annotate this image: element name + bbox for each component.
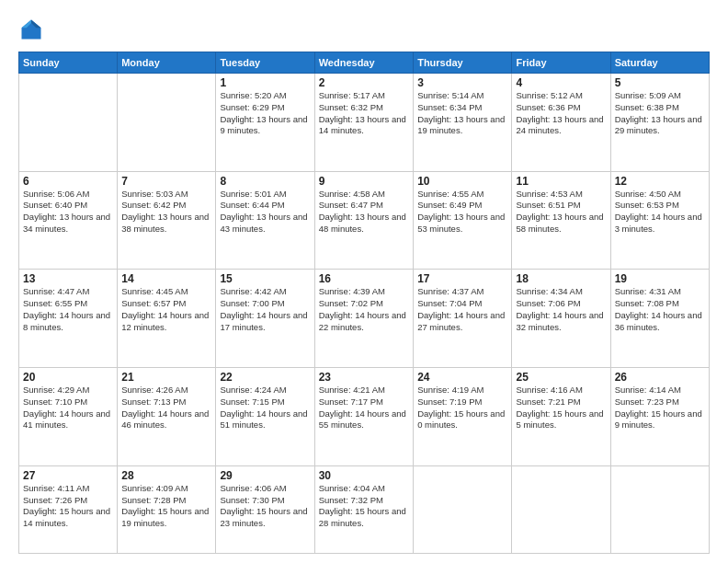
- day-number: 3: [417, 76, 507, 89]
- day-info: Sunrise: 5:01 AM Sunset: 6:44 PM Dayligh…: [220, 189, 310, 236]
- day-info: Sunrise: 4:53 AM Sunset: 6:51 PM Dayligh…: [516, 189, 606, 236]
- day-info: Sunrise: 4:11 AM Sunset: 7:26 PM Dayligh…: [23, 483, 113, 530]
- day-info: Sunrise: 4:24 AM Sunset: 7:15 PM Dayligh…: [220, 385, 310, 431]
- calendar-table: SundayMondayTuesdayWednesdayThursdayFrid…: [18, 52, 710, 554]
- day-info: Sunrise: 5:06 AM Sunset: 6:40 PM Dayligh…: [23, 189, 113, 236]
- weekday-header-saturday: Saturday: [610, 52, 709, 74]
- calendar-cell: 13Sunrise: 4:47 AM Sunset: 6:55 PM Dayli…: [19, 270, 118, 368]
- day-info: Sunrise: 5:20 AM Sunset: 6:29 PM Dayligh…: [220, 90, 310, 137]
- calendar-cell: [512, 465, 610, 553]
- calendar-cell: 5Sunrise: 5:09 AM Sunset: 6:38 PM Daylig…: [610, 74, 709, 172]
- day-info: Sunrise: 4:14 AM Sunset: 7:23 PM Dayligh…: [615, 385, 705, 431]
- calendar-cell: 2Sunrise: 5:17 AM Sunset: 6:32 PM Daylig…: [314, 74, 413, 172]
- day-info: Sunrise: 4:55 AM Sunset: 6:49 PM Dayligh…: [417, 189, 507, 236]
- calendar-cell: 19Sunrise: 4:31 AM Sunset: 7:08 PM Dayli…: [610, 270, 709, 368]
- calendar-cell: 14Sunrise: 4:45 AM Sunset: 6:57 PM Dayli…: [118, 270, 216, 368]
- calendar-cell: 1Sunrise: 5:20 AM Sunset: 6:29 PM Daylig…: [216, 74, 314, 172]
- day-info: Sunrise: 5:14 AM Sunset: 6:34 PM Dayligh…: [417, 90, 507, 137]
- day-info: Sunrise: 5:03 AM Sunset: 6:42 PM Dayligh…: [121, 189, 211, 236]
- calendar-cell: 26Sunrise: 4:14 AM Sunset: 7:23 PM Dayli…: [610, 368, 709, 466]
- day-number: 21: [121, 371, 211, 384]
- day-number: 18: [516, 272, 606, 285]
- calendar-cell: 29Sunrise: 4:06 AM Sunset: 7:30 PM Dayli…: [216, 465, 314, 553]
- calendar-cell: 24Sunrise: 4:19 AM Sunset: 7:19 PM Dayli…: [414, 368, 512, 466]
- logo-icon: [18, 17, 44, 42]
- day-number: 2: [319, 76, 409, 89]
- calendar-cell: 25Sunrise: 4:16 AM Sunset: 7:21 PM Dayli…: [512, 368, 610, 466]
- header: [18, 17, 710, 42]
- weekday-header-thursday: Thursday: [414, 52, 512, 74]
- calendar-cell: 30Sunrise: 4:04 AM Sunset: 7:32 PM Dayli…: [314, 465, 413, 553]
- weekday-header-wednesday: Wednesday: [314, 52, 413, 74]
- calendar-cell: 3Sunrise: 5:14 AM Sunset: 6:34 PM Daylig…: [414, 74, 512, 172]
- day-number: 13: [23, 272, 113, 285]
- day-info: Sunrise: 4:29 AM Sunset: 7:10 PM Dayligh…: [23, 385, 113, 431]
- day-info: Sunrise: 4:45 AM Sunset: 6:57 PM Dayligh…: [121, 286, 211, 333]
- week-row-3: 13Sunrise: 4:47 AM Sunset: 6:55 PM Dayli…: [19, 270, 710, 368]
- calendar-cell: [118, 74, 216, 172]
- logo: [18, 17, 48, 42]
- calendar-cell: 22Sunrise: 4:24 AM Sunset: 7:15 PM Dayli…: [216, 368, 314, 466]
- day-number: 9: [319, 175, 409, 188]
- week-row-2: 6Sunrise: 5:06 AM Sunset: 6:40 PM Daylig…: [19, 171, 710, 270]
- day-info: Sunrise: 4:06 AM Sunset: 7:30 PM Dayligh…: [220, 483, 310, 530]
- day-number: 26: [615, 371, 705, 384]
- weekday-header-tuesday: Tuesday: [216, 52, 314, 74]
- calendar-cell: 28Sunrise: 4:09 AM Sunset: 7:28 PM Dayli…: [118, 465, 216, 553]
- day-info: Sunrise: 4:04 AM Sunset: 7:32 PM Dayligh…: [319, 483, 409, 530]
- day-number: 23: [319, 371, 409, 384]
- calendar-cell: 21Sunrise: 4:26 AM Sunset: 7:13 PM Dayli…: [118, 368, 216, 466]
- day-number: 30: [319, 469, 409, 482]
- day-number: 1: [220, 76, 310, 89]
- day-number: 11: [516, 175, 606, 188]
- day-number: 15: [220, 272, 310, 285]
- day-number: 24: [417, 371, 507, 384]
- calendar-cell: 12Sunrise: 4:50 AM Sunset: 6:53 PM Dayli…: [610, 171, 709, 270]
- day-number: 19: [615, 272, 705, 285]
- calendar-cell: 20Sunrise: 4:29 AM Sunset: 7:10 PM Dayli…: [19, 368, 118, 466]
- day-info: Sunrise: 4:21 AM Sunset: 7:17 PM Dayligh…: [319, 385, 409, 431]
- calendar-cell: 8Sunrise: 5:01 AM Sunset: 6:44 PM Daylig…: [216, 171, 314, 270]
- day-info: Sunrise: 4:26 AM Sunset: 7:13 PM Dayligh…: [121, 385, 211, 431]
- day-number: 6: [23, 175, 113, 188]
- day-info: Sunrise: 4:50 AM Sunset: 6:53 PM Dayligh…: [615, 189, 705, 236]
- calendar-cell: 23Sunrise: 4:21 AM Sunset: 7:17 PM Dayli…: [314, 368, 413, 466]
- calendar-cell: 9Sunrise: 4:58 AM Sunset: 6:47 PM Daylig…: [314, 171, 413, 270]
- day-number: 4: [516, 76, 606, 89]
- day-info: Sunrise: 4:09 AM Sunset: 7:28 PM Dayligh…: [121, 483, 211, 530]
- day-number: 27: [23, 469, 113, 482]
- day-number: 12: [615, 175, 705, 188]
- day-info: Sunrise: 4:42 AM Sunset: 7:00 PM Dayligh…: [220, 286, 310, 333]
- weekday-header-sunday: Sunday: [19, 52, 118, 74]
- calendar-cell: [414, 465, 512, 553]
- week-row-4: 20Sunrise: 4:29 AM Sunset: 7:10 PM Dayli…: [19, 368, 710, 466]
- day-number: 14: [121, 272, 211, 285]
- day-number: 29: [220, 469, 310, 482]
- day-info: Sunrise: 4:39 AM Sunset: 7:02 PM Dayligh…: [319, 286, 409, 333]
- week-row-5: 27Sunrise: 4:11 AM Sunset: 7:26 PM Dayli…: [19, 465, 710, 553]
- day-number: 17: [417, 272, 507, 285]
- calendar-cell: 15Sunrise: 4:42 AM Sunset: 7:00 PM Dayli…: [216, 270, 314, 368]
- weekday-header-monday: Monday: [118, 52, 216, 74]
- day-number: 16: [319, 272, 409, 285]
- day-info: Sunrise: 4:34 AM Sunset: 7:06 PM Dayligh…: [516, 286, 606, 333]
- weekday-header-row: SundayMondayTuesdayWednesdayThursdayFrid…: [19, 52, 710, 74]
- week-row-1: 1Sunrise: 5:20 AM Sunset: 6:29 PM Daylig…: [19, 74, 710, 172]
- calendar-cell: 4Sunrise: 5:12 AM Sunset: 6:36 PM Daylig…: [512, 74, 610, 172]
- day-info: Sunrise: 5:17 AM Sunset: 6:32 PM Dayligh…: [319, 90, 409, 137]
- weekday-header-friday: Friday: [512, 52, 610, 74]
- day-info: Sunrise: 5:09 AM Sunset: 6:38 PM Dayligh…: [615, 90, 705, 137]
- day-number: 28: [121, 469, 211, 482]
- calendar-cell: 27Sunrise: 4:11 AM Sunset: 7:26 PM Dayli…: [19, 465, 118, 553]
- day-number: 7: [121, 175, 211, 188]
- day-number: 22: [220, 371, 310, 384]
- day-info: Sunrise: 4:58 AM Sunset: 6:47 PM Dayligh…: [319, 189, 409, 236]
- day-info: Sunrise: 4:31 AM Sunset: 7:08 PM Dayligh…: [615, 286, 705, 333]
- day-info: Sunrise: 4:37 AM Sunset: 7:04 PM Dayligh…: [417, 286, 507, 333]
- day-info: Sunrise: 4:47 AM Sunset: 6:55 PM Dayligh…: [23, 286, 113, 333]
- calendar-cell: 6Sunrise: 5:06 AM Sunset: 6:40 PM Daylig…: [19, 171, 118, 270]
- page: SundayMondayTuesdayWednesdayThursdayFrid…: [0, 0, 728, 563]
- calendar-cell: [610, 465, 709, 553]
- calendar-cell: [19, 74, 118, 172]
- calendar-cell: 16Sunrise: 4:39 AM Sunset: 7:02 PM Dayli…: [314, 270, 413, 368]
